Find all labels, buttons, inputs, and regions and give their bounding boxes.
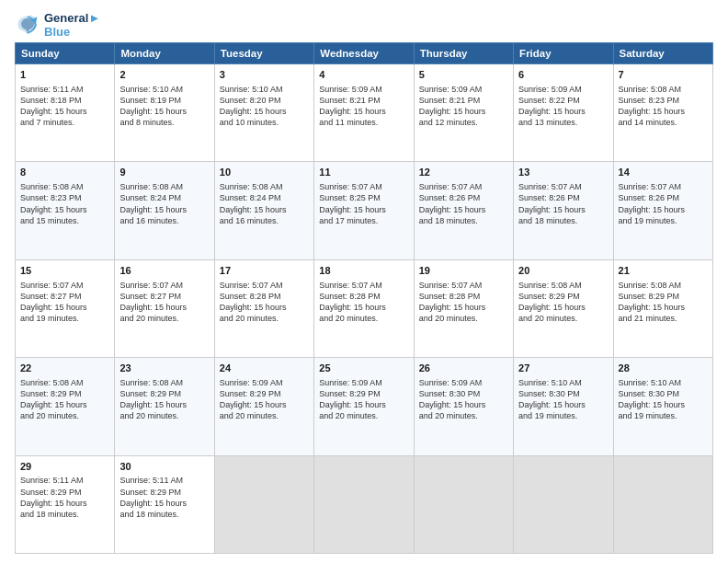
- day-info-line: Sunrise: 5:10 AM: [518, 377, 608, 388]
- calendar-cell: 6Sunrise: 5:09 AMSunset: 8:22 PMDaylight…: [514, 64, 613, 162]
- day-info-line: Sunset: 8:29 PM: [619, 291, 708, 302]
- day-info-line: Sunrise: 5:07 AM: [319, 280, 408, 291]
- day-number: 19: [419, 264, 508, 278]
- day-info-line: and 19 minutes.: [518, 410, 608, 421]
- day-info-line: Sunset: 8:23 PM: [20, 192, 109, 203]
- day-info-line: Sunset: 8:24 PM: [220, 192, 309, 203]
- calendar-cell: 4Sunrise: 5:09 AMSunset: 8:21 PMDaylight…: [314, 64, 414, 162]
- day-info-line: Sunrise: 5:11 AM: [20, 84, 109, 95]
- day-info-line: Sunrise: 5:08 AM: [119, 181, 209, 192]
- day-info-line: Daylight: 15 hours: [220, 106, 309, 117]
- day-info-line: and 20 minutes.: [119, 410, 209, 421]
- calendar-cell: [314, 455, 414, 553]
- calendar-cell: 23Sunrise: 5:08 AMSunset: 8:29 PMDayligh…: [115, 358, 214, 455]
- calendar-day-header: Tuesday: [214, 43, 313, 64]
- calendar-week-row: 29Sunrise: 5:11 AMSunset: 8:29 PMDayligh…: [16, 455, 713, 553]
- day-info-line: and 20 minutes.: [419, 313, 508, 324]
- calendar-cell: 11Sunrise: 5:07 AMSunset: 8:25 PMDayligh…: [314, 162, 414, 259]
- day-info-line: and 20 minutes.: [220, 410, 309, 421]
- day-info-line: Sunrise: 5:08 AM: [619, 84, 708, 95]
- calendar-cell: 27Sunrise: 5:10 AMSunset: 8:30 PMDayligh…: [514, 358, 613, 455]
- day-info-line: Sunset: 8:30 PM: [619, 388, 708, 399]
- day-number: 18: [319, 264, 408, 278]
- day-number: 15: [20, 264, 109, 278]
- day-info-line: Sunset: 8:21 PM: [419, 95, 508, 106]
- day-info-line: Sunrise: 5:07 AM: [119, 280, 209, 291]
- day-info-line: Daylight: 15 hours: [20, 302, 109, 313]
- calendar-cell: 1Sunrise: 5:11 AMSunset: 8:18 PMDaylight…: [16, 64, 115, 162]
- day-info-line: Sunrise: 5:09 AM: [518, 84, 608, 95]
- day-info-line: and 18 minutes.: [518, 215, 608, 226]
- day-number: 2: [119, 68, 209, 82]
- calendar-cell: 28Sunrise: 5:10 AMSunset: 8:30 PMDayligh…: [613, 358, 712, 455]
- day-info-line: Sunset: 8:20 PM: [220, 95, 309, 106]
- calendar-day-header: Monday: [115, 43, 214, 64]
- day-info-line: Sunset: 8:30 PM: [518, 388, 608, 399]
- calendar-table: SundayMondayTuesdayWednesdayThursdayFrid…: [15, 42, 713, 554]
- calendar-cell: 16Sunrise: 5:07 AMSunset: 8:27 PMDayligh…: [115, 259, 214, 357]
- day-number: 13: [518, 166, 608, 179]
- day-info-line: Sunset: 8:25 PM: [319, 192, 408, 203]
- day-number: 25: [319, 362, 408, 375]
- day-info-line: Daylight: 15 hours: [619, 302, 708, 313]
- day-info-line: Daylight: 15 hours: [20, 204, 109, 215]
- day-info-line: Sunset: 8:18 PM: [20, 95, 109, 106]
- day-info-line: and 20 minutes.: [319, 313, 408, 324]
- day-info-line: Sunrise: 5:07 AM: [319, 181, 408, 192]
- calendar-day-header: Thursday: [414, 43, 513, 64]
- day-info-line: and 19 minutes.: [619, 215, 708, 226]
- day-info-line: Daylight: 15 hours: [518, 106, 608, 117]
- day-info-line: Sunset: 8:27 PM: [20, 291, 109, 302]
- day-info-line: Sunrise: 5:09 AM: [319, 84, 408, 95]
- day-info-line: Daylight: 15 hours: [20, 498, 109, 509]
- calendar-cell: 18Sunrise: 5:07 AMSunset: 8:28 PMDayligh…: [314, 259, 414, 357]
- day-info-line: and 12 minutes.: [419, 117, 508, 128]
- calendar-week-row: 22Sunrise: 5:08 AMSunset: 8:29 PMDayligh…: [16, 358, 713, 455]
- day-info-line: Sunrise: 5:07 AM: [419, 181, 508, 192]
- day-info-line: Daylight: 15 hours: [220, 302, 309, 313]
- day-info-line: Daylight: 15 hours: [20, 399, 109, 410]
- day-info-line: and 20 minutes.: [220, 313, 309, 324]
- day-info-line: Daylight: 15 hours: [119, 106, 209, 117]
- day-info-line: Sunrise: 5:07 AM: [619, 181, 708, 192]
- day-info-line: Sunset: 8:29 PM: [20, 487, 109, 498]
- day-info-line: Sunrise: 5:11 AM: [119, 475, 209, 486]
- calendar-cell: 2Sunrise: 5:10 AMSunset: 8:19 PMDaylight…: [115, 64, 214, 162]
- day-info-line: Sunset: 8:29 PM: [319, 388, 408, 399]
- day-info-line: Sunset: 8:28 PM: [419, 291, 508, 302]
- day-info-line: Daylight: 15 hours: [119, 399, 209, 410]
- calendar-day-header: Wednesday: [314, 43, 414, 64]
- day-info-line: Sunrise: 5:08 AM: [20, 377, 109, 388]
- calendar-cell: 3Sunrise: 5:10 AMSunset: 8:20 PMDaylight…: [214, 64, 313, 162]
- logo-text: General► Blue: [44, 11, 100, 39]
- day-number: 14: [619, 166, 708, 179]
- day-info-line: and 15 minutes.: [20, 215, 109, 226]
- day-info-line: Sunset: 8:22 PM: [518, 95, 608, 106]
- day-number: 20: [518, 264, 608, 278]
- day-number: 11: [319, 166, 408, 179]
- day-info-line: Daylight: 15 hours: [518, 204, 608, 215]
- day-info-line: Sunset: 8:26 PM: [619, 192, 708, 203]
- day-info-line: and 11 minutes.: [319, 117, 408, 128]
- day-info-line: Sunrise: 5:08 AM: [619, 280, 708, 291]
- day-info-line: Daylight: 15 hours: [319, 399, 408, 410]
- day-info-line: and 14 minutes.: [619, 117, 708, 128]
- calendar-cell: 10Sunrise: 5:08 AMSunset: 8:24 PMDayligh…: [214, 162, 313, 259]
- calendar-cell: 26Sunrise: 5:09 AMSunset: 8:30 PMDayligh…: [414, 358, 513, 455]
- day-info-line: Daylight: 15 hours: [119, 498, 209, 509]
- day-number: 3: [220, 68, 309, 82]
- day-info-line: Sunrise: 5:08 AM: [518, 280, 608, 291]
- day-info-line: Sunset: 8:29 PM: [119, 388, 209, 399]
- calendar-cell: 15Sunrise: 5:07 AMSunset: 8:27 PMDayligh…: [16, 259, 115, 357]
- calendar-cell: 17Sunrise: 5:07 AMSunset: 8:28 PMDayligh…: [214, 259, 313, 357]
- day-info-line: Daylight: 15 hours: [419, 204, 508, 215]
- day-number: 4: [319, 68, 408, 82]
- day-info-line: Daylight: 15 hours: [20, 106, 109, 117]
- day-info-line: Daylight: 15 hours: [119, 302, 209, 313]
- day-info-line: and 13 minutes.: [518, 117, 608, 128]
- day-info-line: Sunset: 8:30 PM: [419, 388, 508, 399]
- day-info-line: Sunrise: 5:08 AM: [119, 377, 209, 388]
- day-info-line: Daylight: 15 hours: [119, 204, 209, 215]
- calendar-cell: 13Sunrise: 5:07 AMSunset: 8:26 PMDayligh…: [514, 162, 613, 259]
- day-info-line: Sunset: 8:26 PM: [518, 192, 608, 203]
